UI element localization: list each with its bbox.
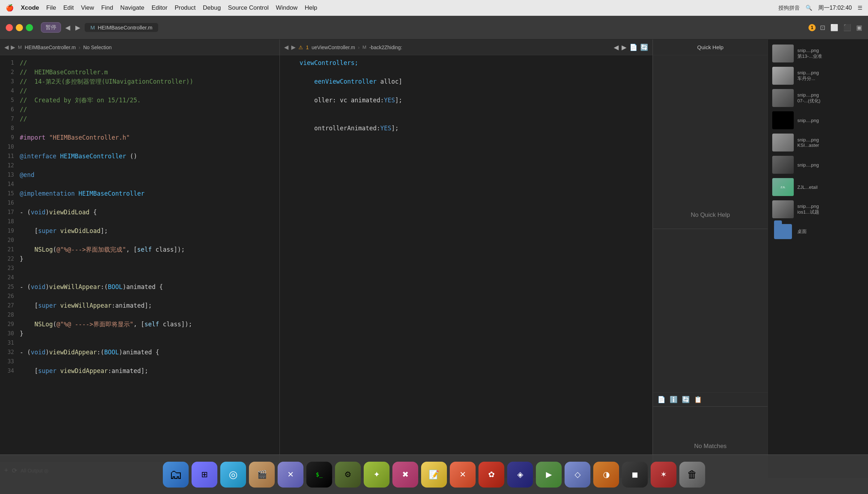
panel-icon[interactable]: ⬛ <box>843 24 851 32</box>
menu-file[interactable]: File <box>46 4 56 11</box>
apple-menu[interactable]: 🍎 <box>6 4 14 12</box>
list-item[interactable]: snip....png 07-...(优化) <box>768 87 868 109</box>
center-refresh-icon[interactable]: 🔄 <box>640 43 648 51</box>
breadcrumb-file[interactable]: HEIMBaseController.m <box>25 45 76 50</box>
code-line: 19 [super viewDidLoad]; <box>0 226 279 236</box>
qh-info-icon[interactable]: ℹ️ <box>670 396 678 404</box>
qh-clipboard-icon[interactable]: 📋 <box>694 396 702 404</box>
close-button[interactable] <box>6 24 13 31</box>
quick-help-panel: Quick Help No Quick Help 📄 ℹ️ 🔄 📋 No Mat… <box>653 39 768 478</box>
menu-xcode[interactable]: Xcode <box>21 4 39 11</box>
dock-app-14[interactable]: ◼ <box>622 462 648 488</box>
list-item[interactable]: snip....png ios1...试题 <box>768 198 868 220</box>
list-item[interactable]: snip....png 车丹分... <box>768 65 868 87</box>
center-method[interactable]: -back2Zhiding: <box>369 45 402 50</box>
center-forward-icon[interactable]: ▶ <box>291 44 296 51</box>
menu-editor[interactable]: Editor <box>151 4 167 11</box>
active-tab[interactable]: M HEIMBaseController.m <box>85 23 158 32</box>
center-nav-forward[interactable]: ▶ <box>622 43 627 51</box>
code-line: 22 } <box>0 254 279 264</box>
center-action-icon[interactable]: 📄 <box>629 43 637 51</box>
file-list[interactable]: snip....png 第13-...业准 snip....png 车丹分... <box>768 39 868 478</box>
center-code-editor[interactable]: viewControllers; eenViewController alloc… <box>280 55 652 478</box>
dock-app-12[interactable]: ◇ <box>565 462 590 488</box>
minimize-button[interactable] <box>16 24 23 31</box>
dock-app-13[interactable]: ◑ <box>593 462 619 488</box>
file-thumbnail <box>772 111 794 129</box>
code-editor-left[interactable]: 1 // 2 // HEIMBaseController.m 3 // 14-第… <box>0 55 279 462</box>
dock-app-9[interactable]: ✿ <box>478 462 504 488</box>
code-line: 26 <box>0 292 279 301</box>
nav-forward-icon[interactable]: ▶ <box>75 24 80 32</box>
warning-indicator: 1 <box>808 24 816 31</box>
dock-finder[interactable]: 🗂 <box>163 462 189 488</box>
traffic-lights <box>6 24 33 31</box>
search-icon[interactable]: 🔍 <box>806 5 812 11</box>
center-breadcrumb-file[interactable]: ueViewController.m <box>312 45 355 50</box>
nav-back-icon[interactable]: ◀ <box>65 24 70 32</box>
quick-help-toolbar: 📄 ℹ️ 🔄 📋 <box>653 392 768 406</box>
dock-terminal[interactable]: $_ <box>306 462 332 488</box>
file-label: ios1...试题 <box>797 209 864 215</box>
menu-source-control[interactable]: Source Control <box>228 4 269 11</box>
code-line: 17 - (void)viewDidLoad { <box>0 208 279 217</box>
menu-view[interactable]: View <box>81 4 94 11</box>
menu-extra-icon[interactable]: ☰ <box>858 5 862 11</box>
code-line: ontrollerAnimated:YES]; <box>280 124 652 133</box>
code-line: 18 <box>0 217 279 226</box>
dock-app-11[interactable]: ▶ <box>536 462 562 488</box>
list-item[interactable]: snip....png <box>768 109 868 131</box>
breadcrumb-forward[interactable]: ▶ <box>11 44 15 51</box>
code-line: 13 @end <box>0 170 279 180</box>
center-back-icon[interactable]: ◀ <box>284 44 288 51</box>
stop-button[interactable]: 暂停 <box>41 22 61 33</box>
dock-app-3[interactable]: 🎬 <box>249 462 275 488</box>
dock-app-7[interactable]: ✖ <box>392 462 418 488</box>
code-line: 28 <box>0 310 279 320</box>
list-item[interactable]: ZJL ZJL...etail <box>768 176 868 198</box>
dock-trash[interactable]: 🗑 <box>679 462 705 488</box>
folder-icon <box>772 223 794 241</box>
list-item[interactable]: snip....png KSI...aster <box>768 131 868 154</box>
menu-edit[interactable]: Edit <box>63 4 74 11</box>
dock-app-15[interactable]: ✶ <box>651 462 676 488</box>
breadcrumb-selection[interactable]: No Selection <box>83 45 112 50</box>
editor-mode-icon[interactable]: ⊡ <box>820 24 825 32</box>
code-line: 2 // HEIMBaseController.m <box>0 67 279 77</box>
menu-product[interactable]: Product <box>175 4 196 11</box>
center-nav-back[interactable]: ◀ <box>614 43 619 51</box>
code-line: 10 <box>0 142 279 152</box>
center-separator: › <box>358 45 360 50</box>
dock-app-5[interactable]: ⚙ <box>335 462 361 488</box>
list-item[interactable]: 桌面 <box>768 220 868 243</box>
view-toggle-icon[interactable]: ⬜ <box>830 24 838 32</box>
menu-debug[interactable]: Debug <box>203 4 221 11</box>
input-method: 授狗拼音 <box>778 5 800 11</box>
dock-app-10[interactable]: ◈ <box>507 462 533 488</box>
menu-find[interactable]: Find <box>101 4 113 11</box>
dock-safari[interactable]: ◎ <box>220 462 246 488</box>
maximize-button[interactable] <box>26 24 33 31</box>
code-line: 33 <box>0 357 279 366</box>
dock-notes[interactable]: 📝 <box>421 462 447 488</box>
sidebar-icon[interactable]: ▣ <box>856 24 862 32</box>
editor-area: ◀ ▶ M HEIMBaseController.m › No Selectio… <box>0 39 868 478</box>
qh-refresh-icon[interactable]: 🔄 <box>682 396 690 404</box>
menu-help[interactable]: Help <box>305 4 317 11</box>
dock-app-6[interactable]: ✦ <box>364 462 390 488</box>
code-line: 1 // <box>0 58 279 67</box>
file-info: snip....png ios1...试题 <box>797 204 864 215</box>
dock-app-4[interactable]: ✕ <box>278 462 303 488</box>
dock-launchpad[interactable]: ⊞ <box>192 462 217 488</box>
list-item[interactable]: snip....png <box>768 154 868 176</box>
code-line: 4 // <box>0 86 279 95</box>
menu-window[interactable]: Window <box>276 4 297 11</box>
file-info: snip....png KSI...aster <box>797 137 864 148</box>
code-line: 30 } <box>0 329 279 338</box>
breadcrumb-back[interactable]: ◀ <box>4 44 9 51</box>
qh-doc-icon[interactable]: 📄 <box>657 396 665 404</box>
list-item[interactable]: snip....png 第13-...业准 <box>768 42 868 65</box>
menu-navigate[interactable]: Navigate <box>120 4 144 11</box>
dock-app-8[interactable]: ✕ <box>450 462 476 488</box>
file-thumbnail <box>772 67 794 85</box>
